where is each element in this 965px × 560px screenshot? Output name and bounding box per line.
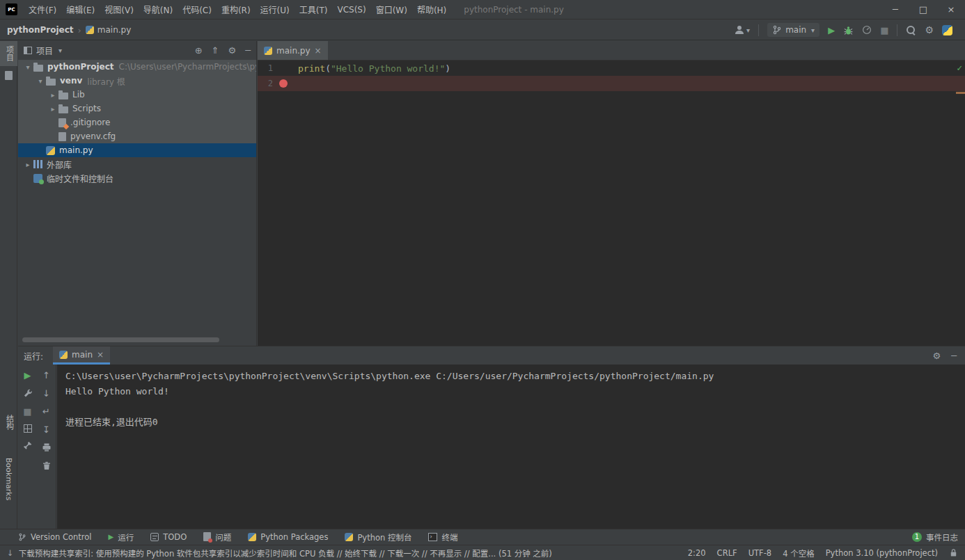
maximize-button[interactable]: □: [909, 0, 937, 19]
tool-button-run[interactable]: ▶ 运行: [109, 531, 134, 543]
write-access-lock-icon[interactable]: [949, 548, 958, 557]
run-toolbar: ▶ ■ ↑ ↓ ↵ ↧: [18, 365, 56, 529]
editor-body[interactable]: 1 print("Hello Python world!") 2 ✓: [258, 61, 965, 346]
tool-button-commit[interactable]: [0, 66, 17, 85]
user-account-button[interactable]: ▾: [734, 24, 750, 35]
menu-window[interactable]: 窗口(W): [371, 0, 412, 19]
close-tab-icon[interactable]: ×: [97, 350, 104, 360]
error-stripe-mark[interactable]: [956, 92, 965, 94]
chevron-right-icon[interactable]: ▸: [47, 105, 58, 113]
tool-button-bookmarks[interactable]: Bookmarks: [0, 453, 17, 505]
tree-item-external-libraries[interactable]: ▸ 外部库: [18, 157, 256, 171]
status-message[interactable]: 下载预构建共享索引: 使用预构建的 Python 软件包共享索引以减少索引时间和…: [19, 547, 552, 559]
collapse-all-icon[interactable]: ⇑: [212, 45, 219, 56]
prev-occurrence-icon[interactable]: ↑: [42, 370, 50, 381]
menu-view[interactable]: 视图(V): [100, 0, 139, 19]
download-icon: ↓: [7, 548, 14, 558]
tree-item-label: Scripts: [72, 104, 101, 113]
console-output-line: Hello Python world!: [65, 384, 957, 399]
breadcrumb-file[interactable]: main.py: [97, 25, 132, 35]
stop-process-button[interactable]: ■: [23, 406, 31, 417]
panel-settings-gear-icon[interactable]: ⚙: [228, 45, 237, 56]
tree-item-gitignore[interactable]: .gitignore: [18, 115, 256, 129]
menu-vcs[interactable]: VCS(S): [332, 0, 370, 19]
debug-button[interactable]: [843, 25, 854, 35]
tool-button-problems[interactable]: 问题: [203, 531, 231, 543]
close-button[interactable]: ×: [937, 0, 965, 19]
console-blank-line: [65, 399, 957, 415]
chevron-right-icon[interactable]: ▸: [47, 91, 58, 99]
hide-panel-icon[interactable]: ─: [951, 351, 957, 361]
tool-button-python-packages[interactable]: Python Packages: [248, 532, 328, 542]
tree-item-scratches[interactable]: 临时文件和控制台: [18, 171, 256, 185]
project-view-selector[interactable]: 项目: [36, 45, 53, 56]
tab-main-py[interactable]: main.py ×: [258, 41, 328, 60]
tool-button-python-console[interactable]: Python 控制台: [345, 531, 411, 543]
run-console-output[interactable]: C:\Users\user\PycharmProjects\pythonProj…: [57, 365, 965, 529]
tool-button-todo[interactable]: TODO: [150, 532, 187, 542]
pin-tab-icon[interactable]: [23, 440, 33, 451]
menu-run[interactable]: 运行(U): [256, 0, 295, 19]
hide-panel-icon[interactable]: ─: [245, 45, 251, 56]
run-button[interactable]: ▶: [828, 25, 835, 35]
run-settings-gear-icon[interactable]: ⚙: [933, 351, 941, 361]
git-branch-widget[interactable]: main ▾: [767, 23, 819, 37]
breadcrumb-project[interactable]: pythonProject: [7, 25, 74, 35]
interpreter-selector[interactable]: Python 3.10 (pythonProject): [826, 548, 938, 558]
tool-button-terminal[interactable]: › 终端: [428, 531, 457, 543]
event-log-button[interactable]: 1 事件日志: [912, 531, 958, 543]
inspection-ok-icon[interactable]: ✓: [957, 63, 962, 73]
caret-position[interactable]: 2:20: [688, 548, 706, 558]
tree-item-venv[interactable]: ▾ venv library 根: [18, 74, 256, 88]
indent-setting[interactable]: 4 个空格: [783, 547, 814, 559]
tree-item-pyvenv-cfg[interactable]: pyvenv.cfg: [18, 129, 256, 143]
soft-wrap-icon[interactable]: ↵: [42, 406, 50, 417]
chevron-down-icon[interactable]: ▾: [22, 63, 33, 71]
code-token-string: "Hello Python world!": [331, 63, 445, 74]
file-encoding[interactable]: UTF-8: [748, 548, 772, 558]
tool-button-structure[interactable]: 结构: [0, 410, 17, 435]
tree-item-lib[interactable]: ▸ Lib: [18, 88, 256, 102]
run-tab-main[interactable]: main ×: [53, 346, 110, 365]
menu-navigate[interactable]: 导航(N): [139, 0, 178, 19]
next-occurrence-icon[interactable]: ↓: [42, 388, 50, 399]
tool-button-project[interactable]: 项目: [0, 41, 17, 66]
tree-item-python-project[interactable]: ▾ pythonProject C:\Users\user\PycharmPro…: [18, 60, 256, 74]
python-file-icon: [46, 146, 55, 155]
tool-button-version-control[interactable]: Version Control: [18, 532, 92, 542]
modify-run-config-wrench-icon[interactable]: [23, 388, 33, 399]
print-console-icon[interactable]: [42, 442, 52, 453]
scroll-to-end-icon[interactable]: ↧: [42, 424, 50, 435]
restore-layout-icon[interactable]: [24, 424, 32, 433]
tree-item-main-py[interactable]: main.py: [18, 143, 256, 157]
rerun-button[interactable]: ▶: [24, 370, 31, 381]
locate-file-icon[interactable]: ⊕: [195, 45, 203, 56]
chevron-down-icon[interactable]: ▾: [35, 77, 46, 85]
settings-gear-icon[interactable]: ⚙: [925, 24, 934, 35]
search-everywhere-icon[interactable]: [906, 25, 916, 35]
gutter-breakpoint-area[interactable]: [273, 79, 294, 88]
stop-button[interactable]: ■: [880, 25, 888, 35]
breadcrumb-separator-icon: ›: [78, 25, 81, 35]
toolbar-divider: [897, 24, 897, 36]
chevron-right-icon[interactable]: ▸: [22, 161, 33, 168]
menu-edit[interactable]: 编辑(E): [61, 0, 100, 19]
minimize-button[interactable]: ─: [881, 0, 909, 19]
tree-item-scripts[interactable]: ▸ Scripts: [18, 102, 256, 115]
horizontal-scrollbar[interactable]: [22, 337, 219, 342]
coverage-button[interactable]: [862, 25, 872, 35]
menu-tools[interactable]: 工具(T): [295, 0, 333, 19]
menu-file[interactable]: 文件(F): [24, 0, 61, 19]
line-separator[interactable]: CRLF: [717, 548, 737, 558]
project-view-icon: [24, 47, 32, 54]
menu-code[interactable]: 代码(C): [178, 0, 217, 19]
menu-help[interactable]: 帮助(H): [412, 0, 451, 19]
code-line-2[interactable]: 2: [258, 76, 965, 91]
project-tool-window: 项目 ▾ ⊕ ⇑ ⚙ ─ ▾ pythonProject C:\Users\us…: [18, 41, 257, 346]
breakpoint-icon[interactable]: [279, 79, 288, 88]
tool-button-project-label: 项目: [3, 46, 15, 61]
menu-refactor[interactable]: 重构(R): [217, 0, 256, 19]
close-tab-icon[interactable]: ×: [315, 46, 322, 56]
code-line-1[interactable]: 1 print("Hello Python world!"): [258, 61, 965, 76]
clear-console-trash-icon[interactable]: [42, 461, 52, 471]
